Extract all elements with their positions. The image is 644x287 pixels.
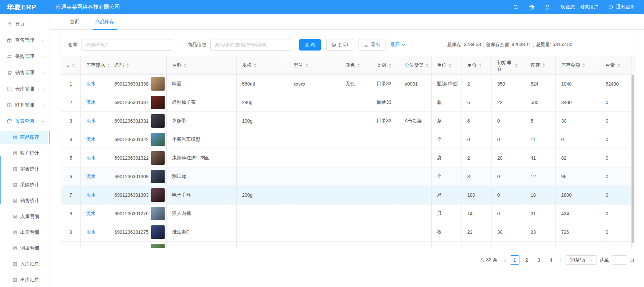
sort-icon[interactable]	[582, 63, 585, 67]
sort-icon[interactable]	[426, 63, 429, 67]
pagination-page-4[interactable]: 4	[546, 255, 556, 265]
sidebar-item-warehouse[interactable]: 仓库管理	[0, 82, 49, 96]
barcode-cell: 6901236301322	[109, 130, 167, 149]
price-cell: 2	[462, 75, 492, 93]
sidebar-item-finance[interactable]: 财务管理	[0, 98, 49, 112]
sidebar-item-outbound-summary[interactable]: 出库汇总	[0, 273, 49, 287]
stock-flow-link[interactable]: 流水	[86, 136, 96, 142]
export-button[interactable]: 导出	[359, 39, 385, 51]
sidebar-subitem-label: 入库汇总	[20, 261, 39, 267]
sort-icon[interactable]	[542, 63, 545, 67]
price-cell: 0	[462, 130, 492, 149]
sidebar-item-account-stats[interactable]: 账户统计	[0, 147, 49, 160]
column-header[interactable]: 初始库存	[492, 56, 525, 75]
unit-cell: 个	[432, 130, 462, 149]
column-header[interactable]: 库存金额	[556, 56, 600, 75]
pagination-page-1[interactable]: 1	[510, 255, 519, 265]
stock-flow-link[interactable]: 流水	[86, 155, 96, 160]
sidebar-item-product-stock[interactable]: 商品库存	[0, 131, 49, 144]
sidebar-item-home[interactable]: 首页	[0, 18, 49, 31]
product-info-input[interactable]	[210, 39, 291, 51]
finance-icon	[7, 102, 12, 108]
product-thumbnail	[151, 225, 165, 239]
sort-icon[interactable]	[515, 63, 518, 67]
pagination-page-3[interactable]: 3	[534, 255, 544, 265]
sidebar-subitem-label: 调拨明细	[20, 245, 39, 251]
page-size-select[interactable]: 10条/页	[566, 255, 597, 265]
init-stock-cell	[492, 242, 525, 248]
sort-icon[interactable]	[305, 63, 308, 67]
product-thumbnail	[151, 151, 165, 165]
sort-icon[interactable]	[126, 63, 129, 67]
color-cell	[340, 112, 371, 130]
sidebar-item-sales[interactable]: 销售管理	[0, 66, 49, 79]
sort-icon[interactable]	[254, 63, 257, 67]
weight-cell: 0	[600, 223, 632, 242]
search-button[interactable]: 查 询	[299, 39, 321, 51]
sort-icon[interactable]	[107, 63, 109, 67]
sort-icon[interactable]	[617, 63, 620, 67]
stock-flow-link[interactable]: 流水	[86, 211, 96, 216]
stock-flow-link[interactable]: 流水	[86, 229, 96, 234]
name-cell: 康师傅红烧牛肉面	[167, 149, 237, 167]
category-cell: 目录33	[371, 75, 399, 93]
stock-flow-link[interactable]: 流水	[86, 173, 96, 179]
model-cell	[288, 186, 340, 204]
sort-icon[interactable]	[479, 63, 482, 67]
sidebar-item-retail-stats[interactable]: 零售统计	[0, 162, 49, 176]
barcode-cell: 6901236301309	[109, 167, 167, 186]
stock-flow-link[interactable]: 流水	[86, 81, 96, 86]
search-icon[interactable]	[513, 4, 519, 10]
print-button[interactable]: 打印	[326, 39, 353, 51]
category-cell	[371, 167, 399, 186]
bell-icon[interactable]	[545, 4, 550, 10]
weight-cell	[600, 242, 632, 248]
sort-icon[interactable]	[388, 63, 391, 67]
row-index-cell: 5	[61, 149, 81, 167]
sidebar-item-reports[interactable]: 报表查询	[0, 115, 49, 128]
sidebar-subitem-label: 销售统计	[20, 198, 39, 204]
stock-flow-link[interactable]: 流水	[86, 118, 96, 123]
tab-home[interactable]: 首页	[67, 14, 82, 29]
column-header[interactable]: 库存	[525, 56, 556, 75]
pagination-next-button[interactable]	[558, 258, 563, 262]
sort-icon[interactable]	[357, 63, 360, 67]
report-icon	[7, 119, 12, 124]
sidebar-item-purchase[interactable]: 采购管理	[0, 50, 49, 63]
tab-product-stock[interactable]: 商品库存	[93, 14, 117, 29]
sort-icon[interactable]	[449, 63, 451, 67]
sidebar-item-transfer-detail[interactable]: 调拨明细	[0, 242, 49, 255]
pagination-page-2[interactable]: 2	[522, 255, 532, 265]
sidebar-item-inbound-detail[interactable]: 入库明细	[0, 210, 49, 223]
table-scrollbar-thumb[interactable]	[632, 75, 634, 243]
sort-icon[interactable]	[72, 63, 75, 67]
stock-flow-link[interactable]: 流水	[86, 99, 96, 105]
bank-icon[interactable]	[529, 4, 535, 10]
sidebar-item-outbound-detail[interactable]: 出库明细	[0, 226, 49, 239]
stock-cell: 12	[525, 167, 556, 186]
sidebar-scrollbar-thumb[interactable]	[0, 156, 1, 204]
stock-flow-link[interactable]: 流水	[86, 192, 96, 197]
table-scrollbar-track[interactable]	[631, 56, 635, 248]
sort-icon[interactable]	[184, 63, 187, 67]
expand-link[interactable]: 展开	[391, 42, 406, 48]
jump-page-input[interactable]	[612, 255, 627, 265]
stock-flow-link[interactable]: 流水	[86, 248, 96, 248]
sidebar-item-sales-stats[interactable]: 销售统计	[0, 194, 49, 208]
stock-flow-cell: 流水	[81, 186, 109, 204]
column-label: 条码	[114, 62, 124, 68]
sidebar-item-retail[interactable]: 零售管理	[0, 34, 49, 47]
sidebar-item-purchase-stats[interactable]: 采购统计	[0, 178, 49, 192]
pagination-prev-button[interactable]	[503, 258, 507, 262]
spec-cell	[237, 149, 288, 167]
product-thumbnail	[151, 133, 165, 146]
warehouse-select-input[interactable]	[81, 39, 172, 51]
sidebar-item-inbound-summary[interactable]: 入库汇总	[0, 257, 49, 271]
weight-cell: 0	[600, 93, 632, 112]
tab-bar: 首页 商品库存	[50, 14, 644, 30]
logout-button[interactable]: 退出登录	[608, 4, 635, 10]
spec-cell	[237, 130, 288, 149]
column-header[interactable]: 单价	[462, 56, 492, 75]
column-header[interactable]: 重量	[600, 56, 632, 75]
name-cell: 测试sp	[167, 167, 237, 186]
